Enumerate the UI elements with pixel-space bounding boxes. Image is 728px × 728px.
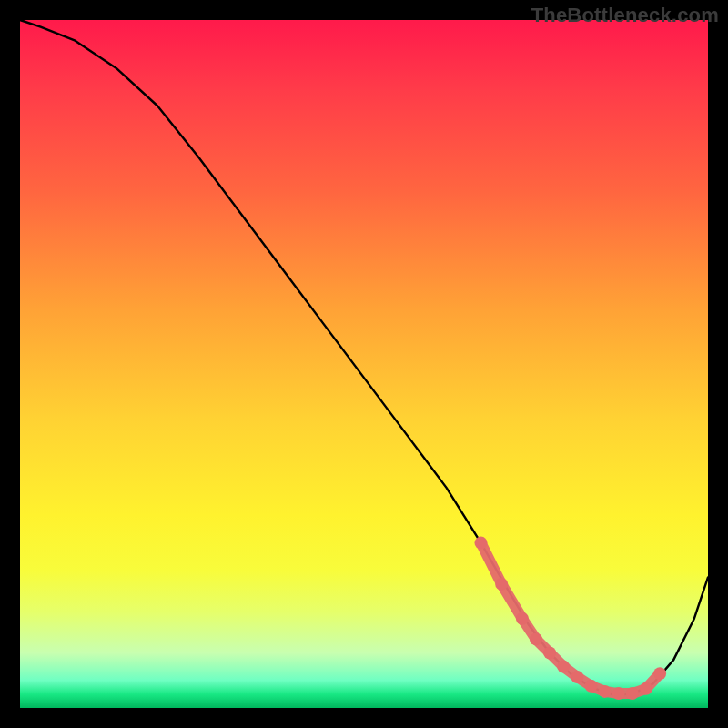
bottleneck-curve: [20, 20, 708, 694]
marker-dot: [585, 680, 598, 693]
marker-dot: [475, 537, 488, 550]
marker-dot: [530, 632, 542, 645]
optimal-range-highlight: [481, 543, 661, 694]
marker-dot: [495, 578, 508, 591]
marker-dot: [640, 682, 652, 695]
marker-dot: [612, 687, 625, 700]
chart-frame: TheBottleneck.com: [0, 0, 728, 728]
marker-dot: [626, 687, 639, 700]
marker-dot: [557, 661, 570, 673]
marker-dot: [543, 647, 556, 660]
marker-dot: [516, 612, 529, 625]
marker-dot: [653, 667, 666, 680]
marker-dot: [599, 685, 612, 698]
chart-svg: [0, 0, 728, 728]
marker-dot: [571, 671, 583, 683]
